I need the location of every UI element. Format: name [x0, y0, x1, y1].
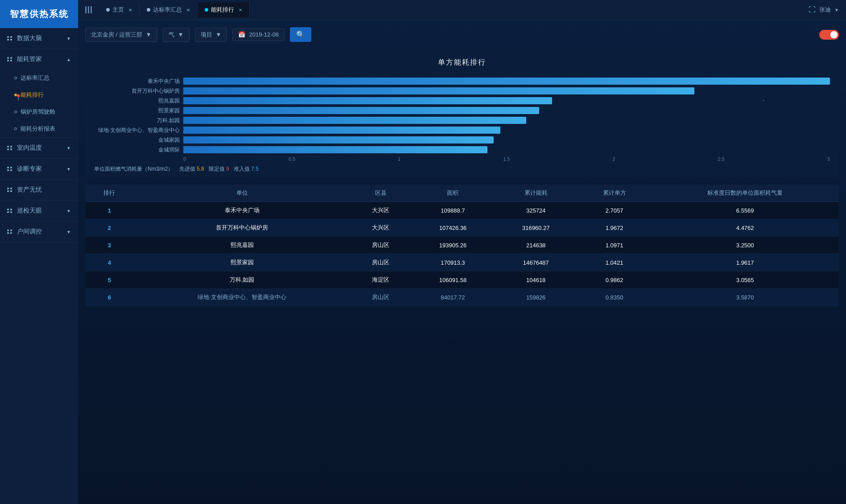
tab-label-target: 达标率汇总: [153, 6, 182, 14]
chart-title: 单方能耗排行: [94, 58, 830, 67]
bar-row-3: [183, 106, 830, 115]
grid-icon-inspection: [7, 209, 12, 213]
date-value: 2019-12-08: [249, 31, 279, 38]
date-picker[interactable]: 📅 2019-12-08: [232, 28, 285, 41]
chart-label-6: 金城家园: [94, 135, 183, 145]
sidebar-item-energy-manager[interactable]: 能耗管家 ▲: [0, 49, 78, 70]
chevron-icon-inspection: ▼: [66, 209, 71, 213]
bar-6: [183, 136, 494, 143]
cell-3-2: 房山区: [350, 254, 411, 271]
cell-0-2: 大兴区: [350, 202, 411, 219]
tab-close-home[interactable]: ✕: [128, 8, 132, 12]
col-standard: 标准度日数的单位面积耗气量: [651, 184, 839, 202]
cell-4-4: 104618: [495, 271, 578, 289]
chart-section: 单方能耗排行 泰禾中央广场 首开万科中心锅炉房 熙兆嘉园 熙景家园 万科.如园 …: [85, 49, 839, 177]
expand-toggle[interactable]: [85, 6, 92, 13]
pin-icon-energy-rank: 📍: [14, 94, 17, 96]
advanced-value: 5.8: [197, 166, 204, 172]
sidebar-item-report[interactable]: 能耗分析报表: [0, 120, 78, 137]
sidebar-label-inspection: 巡检天眼: [17, 207, 65, 215]
data-table: 排行 单位 区县 面积 累计能耗 累计单方 标准度日数的单位面积耗气量 1泰禾中…: [85, 184, 839, 306]
sidebar-label-indoor-temp: 室内温度: [17, 144, 65, 152]
cell-1-5: 1.9672: [578, 219, 652, 237]
cell-4-2: 海淀区: [350, 271, 411, 289]
cell-5-0: 6: [85, 289, 134, 306]
sidebar-label-diagnosis: 诊断专家: [17, 165, 65, 173]
chart-label-0: 泰禾中央广场: [94, 76, 183, 86]
sidebar-item-boiler[interactable]: 锅炉房驾驶舱: [0, 103, 78, 120]
tab-target-rate[interactable]: 达标率汇总 ✕: [140, 2, 198, 17]
cell-0-1: 泰禾中央广场: [134, 202, 350, 219]
axis-0: 0: [183, 156, 186, 162]
cell-1-1: 首开万科中心锅炉房: [134, 219, 350, 237]
cell-0-5: 2.7057: [578, 202, 652, 219]
x-axis-label: 单位面积燃气消耗量（Nm3/m2）: [94, 166, 173, 172]
col-unit-energy: 累计单方: [578, 184, 652, 202]
tab-label-home: 主页: [112, 6, 124, 14]
user-info: ⛶ 张迪 ▼: [809, 6, 839, 14]
sidebar-item-energy-rank[interactable]: 📍 能耗排行: [0, 86, 78, 103]
project-select[interactable]: 项目 ▼: [195, 28, 227, 42]
cell-4-6: 3.0565: [651, 271, 839, 289]
user-chevron[interactable]: ▼: [834, 8, 839, 12]
cell-2-5: 1.0971: [578, 237, 652, 254]
sidebar-item-indoor-temp[interactable]: 室内温度 ▼: [0, 138, 78, 158]
bar-4: [183, 117, 526, 124]
chart-label-4: 万科.如园: [94, 115, 183, 125]
tab-home[interactable]: 主页 ✕: [99, 2, 140, 17]
sidebar-label-report: 能耗分析报表: [21, 125, 55, 133]
cell-3-0: 4: [85, 254, 134, 271]
cell-2-3: 193905.26: [411, 237, 494, 254]
axis-1: 0.5: [289, 156, 295, 162]
cell-0-3: 109888.7: [411, 202, 494, 219]
sidebar-label-energy-manager: 能耗管家: [17, 55, 65, 63]
project-arrow: ▼: [216, 31, 222, 38]
filter-toolbar: 北京金房 / 运营三部 ▼ 气 ▼ 项目 ▼ 📅 2019-12-08 🔍: [85, 27, 839, 42]
type-value: 气: [169, 31, 174, 39]
chevron-icon-diagnosis: ▼: [66, 167, 71, 172]
grid-icon-energy: [7, 57, 12, 61]
sidebar-label-energy-rank: 能耗排行: [21, 91, 44, 99]
chart-bars: 0 0.5 1 1.5 2 2.5 3: [183, 76, 830, 162]
tab-bar: 主页 ✕ 达标率汇总 ✕ 能耗排行 ✕ ⛶ 张迪 ▼: [78, 0, 846, 20]
bar-5: [183, 127, 500, 134]
cell-3-5: 1.0421: [578, 254, 652, 271]
cell-4-0: 5: [85, 271, 134, 289]
location-select[interactable]: 北京金房 / 运营三部 ▼: [85, 28, 157, 42]
sidebar-item-asset[interactable]: 资产无忧: [0, 180, 78, 200]
cell-2-0: 3: [85, 237, 134, 254]
sidebar-item-diagnosis[interactable]: 诊断专家 ▼: [0, 159, 78, 179]
location-value: 北京金房 / 运营三部: [91, 31, 142, 39]
chart-x-axis: 0 0.5 1 1.5 2 2.5 3: [183, 156, 830, 162]
sidebar-item-inspection[interactable]: 巡检天眼 ▼: [0, 201, 78, 221]
col-rank: 排行: [85, 184, 134, 202]
tab-close-energy[interactable]: ✕: [239, 8, 242, 12]
table-row: 1泰禾中央广场大兴区109888.73257242.70576.5569: [85, 202, 839, 219]
axis-6: 3: [827, 156, 830, 162]
cell-0-0: 1: [85, 202, 134, 219]
cell-0-4: 325724: [495, 202, 578, 219]
type-arrow: ▼: [178, 31, 184, 38]
sidebar-item-room-control[interactable]: 户间调控 ▼: [0, 221, 78, 242]
sidebar-menu: 数据大脑 ▼ 能耗管家 ▲ 达标率汇总 📍 能耗排行: [0, 28, 78, 504]
grid-icon-indoor: [7, 146, 12, 150]
chart-label-1: 首开万科中心锅炉房: [94, 86, 183, 96]
tab-close-target[interactable]: ✕: [186, 8, 190, 12]
calendar-icon: 📅: [238, 31, 245, 38]
chevron-icon-data-brain: ▼: [66, 36, 71, 41]
chevron-icon-indoor: ▼: [66, 146, 71, 151]
entry-value: 7.5: [251, 166, 259, 172]
advanced-label: 先进值: [179, 166, 195, 172]
toggle-switch[interactable]: [819, 30, 839, 40]
cell-2-4: 214638: [495, 237, 578, 254]
type-select[interactable]: 气 ▼: [163, 28, 190, 42]
cell-0-6: 6.5569: [651, 202, 839, 219]
sidebar-item-data-brain[interactable]: 数据大脑 ▼: [0, 28, 78, 49]
dot-icon-report: [14, 127, 17, 130]
sidebar-item-target-rate[interactable]: 达标率汇总: [0, 70, 78, 86]
expand-icon[interactable]: ⛶: [809, 6, 816, 14]
sidebar-label-asset: 资产无忧: [17, 186, 71, 194]
dot-icon-boiler: [14, 111, 17, 113]
search-button[interactable]: 🔍: [290, 27, 311, 42]
tab-energy-rank[interactable]: 能耗排行 ✕: [198, 2, 250, 17]
